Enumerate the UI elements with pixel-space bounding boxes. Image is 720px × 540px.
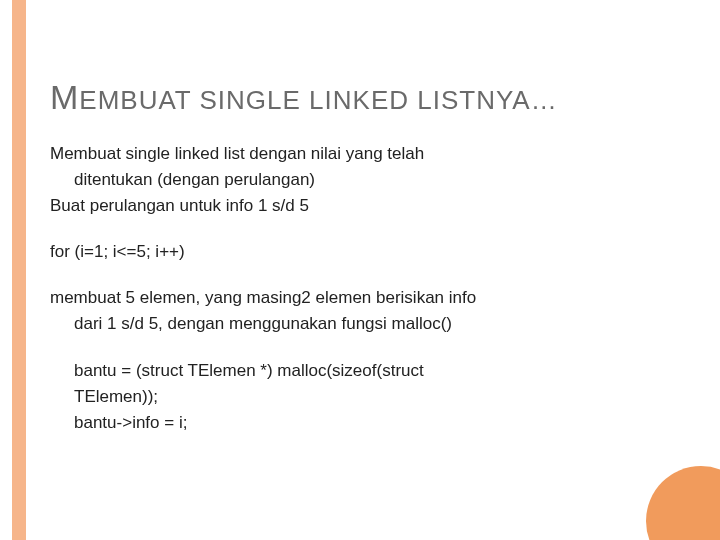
title-dots: …	[531, 85, 558, 115]
title-rest1: EMBUAT	[79, 85, 191, 115]
line-7: bantu = (struct TElemen *) malloc(sizeof…	[50, 360, 680, 382]
line-4: for (i=1; i<=5; i++)	[50, 241, 680, 263]
body-text: Membuat single linked list dengan nilai …	[50, 143, 680, 434]
page-title: MEMBUAT SINGLE LINKED LISTNYA…	[50, 78, 680, 117]
spacer	[50, 267, 680, 287]
line-3: Buat perulangan untuk info 1 s/d 5	[50, 195, 680, 217]
spacer	[50, 221, 680, 241]
line-2: ditentukan (dengan perulangan)	[50, 169, 680, 191]
title-cap: M	[50, 78, 79, 116]
corner-circle-icon	[646, 466, 720, 540]
side-stripe	[12, 0, 26, 540]
line-9: bantu->info = i;	[50, 412, 680, 434]
spacer	[50, 340, 680, 360]
line-6: dari 1 s/d 5, dengan menggunakan fungsi …	[50, 313, 680, 335]
title-word4: LISTNYA	[409, 85, 531, 115]
title-word3: LINKED	[301, 85, 409, 115]
line-8: TElemen));	[50, 386, 680, 408]
line-5: membuat 5 elemen, yang masing2 elemen be…	[50, 287, 680, 309]
slide-content: MEMBUAT SINGLE LINKED LISTNYA… Membuat s…	[50, 78, 680, 438]
line-1: Membuat single linked list dengan nilai …	[50, 143, 680, 165]
title-word2: SINGLE	[191, 85, 301, 115]
